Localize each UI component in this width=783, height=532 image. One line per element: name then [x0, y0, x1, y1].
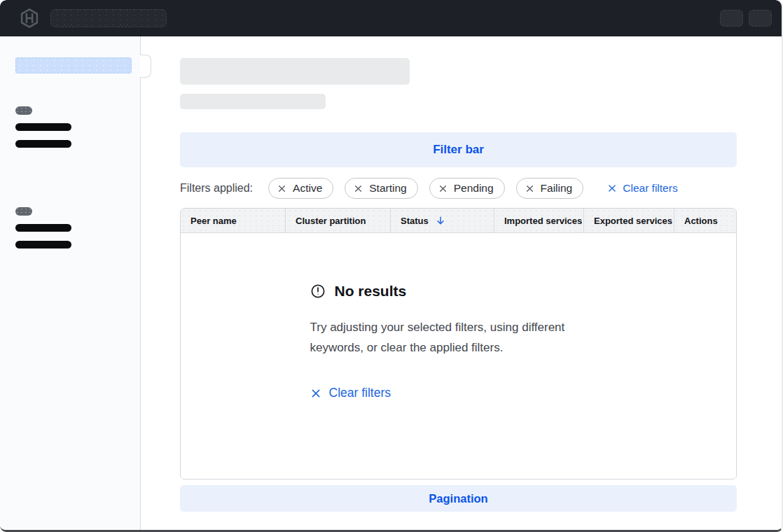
filter-chip-failing[interactable]: Failing: [516, 178, 584, 199]
hashicorp-logo-icon[interactable]: [19, 8, 40, 29]
filter-bar-placeholder: Filter bar: [180, 132, 737, 167]
filter-chip-label: Active: [293, 182, 322, 195]
sidebar-item-skeleton-4[interactable]: [15, 241, 71, 248]
dismiss-x-icon: [354, 184, 363, 193]
filter-chip-pending[interactable]: Pending: [429, 178, 505, 199]
dismiss-x-icon: [277, 184, 286, 193]
empty-clear-filters-link[interactable]: Clear filters: [310, 386, 392, 400]
main-content: Filter bar Filters applied: Active Start…: [141, 36, 782, 530]
table-header-row: Peer name Cluster partition Status Impor…: [181, 209, 736, 233]
column-label: Exported services: [594, 216, 672, 226]
pagination-label: Pagination: [429, 492, 487, 505]
filters-applied-row: Filters applied: Active Starting Pending…: [180, 178, 737, 199]
navbar-action-skeleton-2[interactable]: [749, 10, 772, 27]
sidebar-section-label-skeleton-1: [15, 106, 32, 115]
search-input-skeleton[interactable]: [50, 9, 167, 27]
filter-chip-starting[interactable]: Starting: [345, 178, 417, 199]
filters-applied-label: Filters applied:: [180, 182, 253, 195]
column-header-cluster-partition[interactable]: Cluster partition: [286, 209, 391, 232]
sidebar-section-label-skeleton-2: [15, 207, 32, 216]
pagination-placeholder: Pagination: [180, 485, 737, 512]
column-header-imported-services[interactable]: Imported services: [494, 209, 584, 232]
clear-filters-link[interactable]: Clear filters: [607, 182, 677, 195]
column-label: Status: [401, 216, 429, 226]
alert-circle-icon: [310, 284, 326, 299]
empty-state-title: No results: [335, 283, 407, 300]
sidebar-item-skeleton-3[interactable]: [15, 224, 71, 232]
empty-clear-filters-label: Clear filters: [329, 386, 392, 400]
page-subtitle-skeleton: [180, 94, 326, 109]
filter-chip-label: Failing: [541, 182, 573, 195]
empty-state: No results Try adjusting your selected f…: [310, 233, 607, 402]
column-label: Actions: [684, 216, 718, 226]
navbar-action-skeleton-1[interactable]: [720, 10, 743, 27]
filter-bar-label: Filter bar: [433, 143, 484, 157]
top-navbar: [0, 0, 782, 36]
filter-chip-label: Starting: [369, 182, 406, 195]
column-label: Imported services: [504, 216, 582, 226]
sidebar: [0, 36, 141, 530]
sidebar-toggle-flap[interactable]: [140, 55, 151, 78]
x-icon: [310, 388, 321, 399]
empty-state-description: Try adjusting your selected filters, usi…: [310, 317, 599, 358]
sidebar-item-skeleton-2[interactable]: [15, 140, 71, 148]
clear-filters-label: Clear filters: [623, 182, 677, 195]
table-body: No results Try adjusting your selected f…: [181, 233, 736, 479]
column-header-peer-name[interactable]: Peer name: [181, 209, 286, 232]
column-header-actions[interactable]: Actions: [674, 209, 736, 232]
column-header-exported-services[interactable]: Exported services: [584, 209, 674, 232]
column-label: Cluster partition: [296, 216, 366, 226]
dismiss-x-icon: [438, 184, 448, 193]
column-header-status[interactable]: Status: [391, 209, 494, 232]
sort-descending-icon: [436, 216, 445, 225]
filter-chip-label: Pending: [454, 182, 494, 195]
page-title-skeleton: [180, 58, 410, 85]
sidebar-item-skeleton-1[interactable]: [15, 123, 71, 131]
app-window: Filter bar Filters applied: Active Start…: [0, 0, 783, 532]
column-label: Peer name: [190, 216, 237, 226]
peers-table: Peer name Cluster partition Status Impor…: [180, 208, 737, 479]
filter-chip-active[interactable]: Active: [268, 178, 333, 199]
sidebar-item-selected-skeleton[interactable]: [15, 57, 132, 74]
empty-state-header: No results: [310, 283, 607, 300]
x-icon: [607, 183, 617, 193]
dismiss-x-icon: [525, 184, 534, 193]
